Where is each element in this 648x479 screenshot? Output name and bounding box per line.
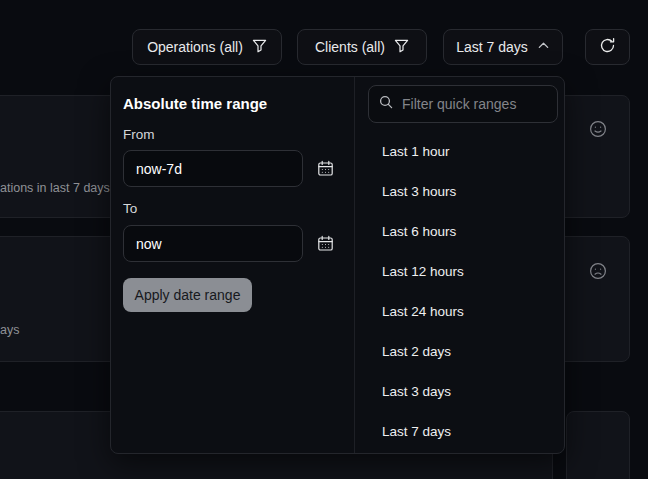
filter-icon xyxy=(252,38,267,56)
to-input[interactable] xyxy=(123,225,303,262)
clients-filter-button[interactable]: Clients (all) xyxy=(297,29,427,65)
panel-2-subtitle: ays xyxy=(0,323,19,337)
refresh-button[interactable] xyxy=(585,29,630,65)
quick-range-option[interactable]: Last 7 days xyxy=(355,411,565,451)
quick-range-search[interactable] xyxy=(368,85,558,123)
quick-range-option[interactable]: Last 24 hours xyxy=(355,291,565,331)
time-range-picker-button[interactable]: Last 7 days xyxy=(443,29,563,65)
quick-range-option[interactable]: Last 6 hours xyxy=(355,211,565,251)
to-label: To xyxy=(123,201,137,216)
operations-filter-button[interactable]: Operations (all) xyxy=(132,29,282,65)
calendar-icon[interactable] xyxy=(317,160,334,181)
filter-quick-ranges-input[interactable] xyxy=(400,95,547,113)
calendar-icon[interactable] xyxy=(317,235,334,256)
background-panel-4 xyxy=(566,411,630,479)
frown-face-icon xyxy=(589,262,607,284)
quick-range-list: Last 1 hour Last 3 hours Last 6 hours La… xyxy=(355,131,565,451)
from-input[interactable] xyxy=(123,150,303,187)
clients-filter-label: Clients (all) xyxy=(315,39,385,55)
quick-range-option[interactable]: Last 1 hour xyxy=(355,131,565,171)
search-icon xyxy=(379,95,393,113)
smiley-face-icon xyxy=(589,120,607,142)
time-range-label: Last 7 days xyxy=(456,39,528,55)
quick-range-option[interactable]: Last 3 days xyxy=(355,371,565,411)
dashboard-root: { "toolbar": { "operations_label": "Oper… xyxy=(0,0,648,479)
time-range-dropdown: Absolute time range From To Apply date r… xyxy=(110,76,565,454)
quick-range-option[interactable]: Last 3 hours xyxy=(355,171,565,211)
filter-icon xyxy=(394,38,409,56)
operations-filter-label: Operations (all) xyxy=(147,39,243,55)
from-label: From xyxy=(123,127,155,142)
chevron-up-icon xyxy=(537,39,550,55)
apply-date-range-button[interactable]: Apply date range xyxy=(123,278,252,312)
refresh-icon xyxy=(599,37,616,57)
quick-range-option[interactable]: Last 12 hours xyxy=(355,251,565,291)
absolute-time-range-title: Absolute time range xyxy=(123,95,267,112)
quick-range-option[interactable]: Last 2 days xyxy=(355,331,565,371)
panel-1-subtitle: ations in last 7 days xyxy=(0,181,110,195)
